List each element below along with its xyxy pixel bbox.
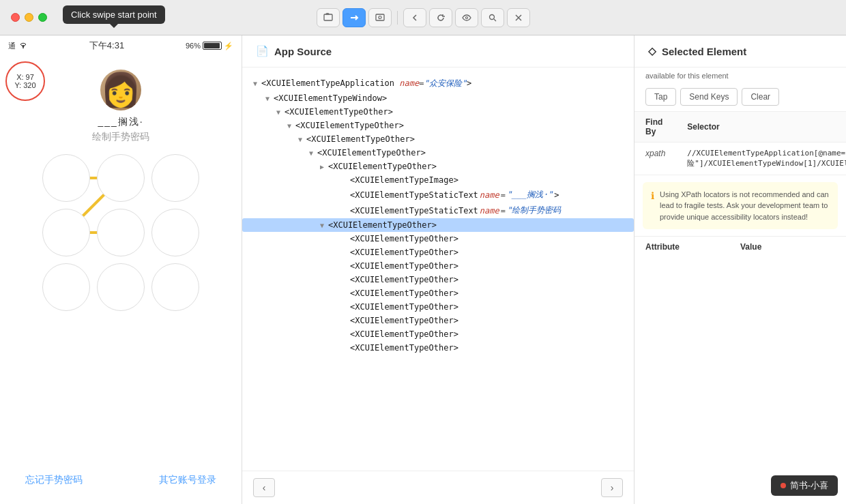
triangle-5[interactable]: [298, 136, 305, 143]
source-content[interactable]: <XCUIElementTypeApplication name="众安保险">…: [242, 68, 634, 471]
titlebar: Click swipe start point: [0, 0, 846, 35]
separator: [397, 11, 398, 25]
xml-line-11[interactable]: <XCUIElementTypeOther>: [242, 218, 634, 232]
xml-line-15[interactable]: <XCUIElementTypeOther>: [242, 273, 634, 286]
svg-point-4: [379, 16, 381, 18]
element-panel-header: ◇ Selected Element: [634, 35, 846, 68]
xml-line-14[interactable]: <XCUIElementTypeOther>: [242, 259, 634, 273]
tap-action-button[interactable]: Tap: [645, 88, 676, 106]
svg-rect-0: [324, 14, 332, 20]
action-buttons: Tap Send Keys Clear: [634, 83, 846, 112]
selector-table: Find By Selector xpath //XCUIElementType…: [634, 112, 846, 175]
triangle-1[interactable]: [253, 80, 260, 87]
main-content: 通 下午4:31 96% ⚡ X: 97: [0, 35, 846, 504]
gesture-dot-4[interactable]: [42, 209, 90, 256]
eye-button[interactable]: [455, 8, 478, 27]
xml-line-1[interactable]: <XCUIElementTypeApplication name="众安保险">: [242, 76, 634, 91]
forget-password-link[interactable]: 忘记手势密码: [25, 474, 83, 486]
clear-button[interactable]: Clear: [742, 88, 779, 106]
source-panel-header: 📄 App Source: [242, 35, 634, 68]
screenshot-button[interactable]: [317, 8, 340, 27]
available-notice: available for this element: [634, 68, 846, 83]
xml-line-6[interactable]: <XCUIElementTypeOther>: [242, 146, 634, 160]
xml-line-19[interactable]: <XCUIElementTypeOther>: [242, 327, 634, 341]
tap-button[interactable]: [368, 8, 392, 27]
xml-line-2[interactable]: <XCUIElementTypeWindow>: [242, 91, 634, 105]
warning-text: Using XPath locators is not recommended …: [660, 189, 830, 223]
source-title: App Source: [274, 46, 332, 57]
phone-app: 👩 ___搁浅· 绘制手势密码: [0, 56, 242, 504]
search-button[interactable]: [481, 8, 504, 27]
gesture-grid[interactable]: [42, 154, 199, 311]
gesture-dot-3[interactable]: [151, 154, 199, 202]
y-coord: Y: 320: [14, 81, 35, 89]
close-button[interactable]: [507, 8, 530, 27]
triangle-2[interactable]: [265, 95, 272, 102]
refresh-button[interactable]: [429, 8, 452, 27]
nav-next-button[interactable]: ›: [601, 478, 623, 497]
window-controls: [11, 13, 47, 22]
value-col-header: Value: [740, 242, 835, 252]
minimize-dot[interactable]: [25, 13, 33, 22]
floating-label: 简书-小喜: [771, 475, 838, 496]
username-text: ___搁浅·: [98, 116, 143, 128]
maximize-dot[interactable]: [38, 13, 47, 22]
xml-line-4[interactable]: <XCUIElementTypeOther>: [242, 119, 634, 132]
xml-line-10[interactable]: <XCUIElementTypeStaticText name="绘制手势密码: [242, 203, 634, 218]
coordinates-badge: X: 97 Y: 320: [5, 61, 45, 101]
xpath-warning: ℹ Using XPath locators is not recommende…: [643, 182, 838, 230]
status-right: 96% ⚡: [186, 42, 233, 50]
xml-line-5[interactable]: <XCUIElementTypeOther>: [242, 132, 634, 146]
battery-percent: 96%: [186, 42, 201, 50]
avatar: 👩: [100, 70, 141, 110]
xml-line-3[interactable]: <XCUIElementTypeOther>: [242, 105, 634, 119]
xml-line-9[interactable]: <XCUIElementTypeStaticText name="___搁浅·"…: [242, 187, 634, 203]
triangle-7[interactable]: [320, 163, 327, 171]
gesture-dot-8[interactable]: [97, 263, 145, 311]
back-button[interactable]: [403, 8, 426, 27]
wifi-icon: [18, 41, 28, 51]
svg-rect-3: [376, 14, 384, 20]
phone-panel: 通 下午4:31 96% ⚡ X: 97: [0, 35, 242, 504]
gesture-dot-2[interactable]: [97, 154, 145, 202]
charging-icon: ⚡: [224, 42, 233, 50]
swipe-tooltip: Click swipe start point: [63, 5, 165, 24]
xml-line-16[interactable]: <XCUIElementTypeOther>: [242, 286, 634, 300]
phone-links: 忘记手势密码 其它账号登录: [18, 474, 223, 486]
element-icon: ◇: [648, 45, 656, 57]
avatar-container: 👩: [100, 70, 141, 110]
time-text: 下午4:31: [89, 40, 124, 52]
source-icon: 📄: [256, 45, 269, 57]
svg-line-7: [494, 19, 496, 21]
xml-line-17[interactable]: <XCUIElementTypeOther>: [242, 300, 634, 314]
other-login-link[interactable]: 其它账号登录: [159, 474, 216, 486]
gesture-title: 绘制手势密码: [92, 131, 149, 143]
svg-point-6: [489, 14, 494, 19]
triangle-11[interactable]: [320, 222, 327, 229]
triangle-3[interactable]: [276, 108, 283, 116]
element-title: Selected Element: [662, 46, 746, 57]
swipe-button[interactable]: [342, 8, 366, 27]
gesture-dot-5[interactable]: [97, 209, 145, 256]
xml-line-8[interactable]: <XCUIElementTypeImage>: [242, 173, 634, 187]
xml-line-7[interactable]: <XCUIElementTypeOther>: [242, 160, 634, 173]
xml-line-13[interactable]: <XCUIElementTypeOther>: [242, 246, 634, 259]
status-bar: 通 下午4:31 96% ⚡: [0, 35, 242, 56]
triangle-6[interactable]: [309, 149, 316, 157]
nav-prev-button[interactable]: ‹: [253, 478, 275, 497]
xml-line-18[interactable]: <XCUIElementTypeOther>: [242, 314, 634, 327]
carrier-text: 通: [8, 41, 16, 51]
close-dot[interactable]: [11, 13, 20, 22]
gesture-dot-1[interactable]: [42, 154, 90, 202]
gesture-dot-6[interactable]: [151, 209, 199, 256]
xml-line-20[interactable]: <XCUIElementTypeOther>: [242, 341, 634, 355]
status-left: 通: [8, 41, 28, 51]
attr-table-header: Attribute Value: [634, 236, 846, 257]
gesture-dot-9[interactable]: [151, 263, 199, 311]
selector-row-xpath[interactable]: xpath //XCUIElementTypeApplication[@name…: [634, 143, 846, 175]
send-keys-button[interactable]: Send Keys: [680, 88, 738, 106]
xml-line-12[interactable]: <XCUIElementTypeOther>: [242, 232, 634, 246]
triangle-4[interactable]: [287, 122, 294, 130]
xpath-label: xpath: [634, 143, 676, 175]
gesture-dot-7[interactable]: [42, 263, 90, 311]
